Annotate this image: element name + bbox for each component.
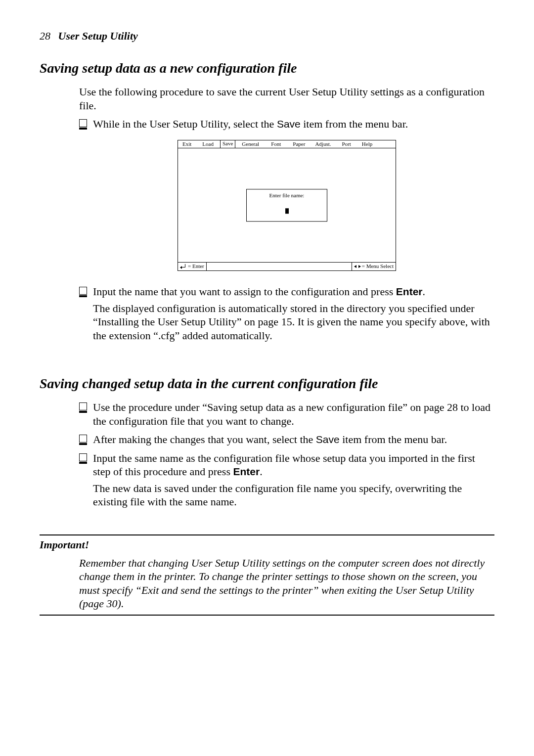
menu-help[interactable]: Help: [359, 140, 375, 148]
divider: [40, 615, 494, 616]
page-number: 28: [40, 30, 50, 42]
arrow-left-icon: [354, 265, 356, 268]
menu-exit[interactable]: Exit: [180, 140, 194, 148]
page: 28 User Setup Utility Saving setup data …: [0, 0, 534, 655]
bullet-use-procedure: Use the procedure under “Saving setup da…: [79, 400, 494, 428]
arrow-right-icon: [358, 265, 361, 268]
menu-adjust[interactable]: Adjust.: [312, 140, 333, 148]
important-label: Important!: [40, 538, 494, 551]
page-header-title: User Setup Utility: [58, 30, 138, 42]
text: Input the same name as the configuration…: [93, 452, 475, 478]
save-keyword: Save: [277, 118, 301, 130]
dialog-body: Enter file name:: [178, 148, 396, 262]
text: .: [260, 465, 263, 478]
follow-para: The new data is saved under the configur…: [93, 482, 494, 509]
checkbox-bullet-icon: [79, 402, 88, 411]
dialog-menubar: Exit Load Save General Font Paper Adjust…: [178, 140, 396, 149]
section1-body: Use the following procedure to save the …: [79, 85, 494, 347]
important-body: Remember that changing User Setup Utilit…: [79, 556, 494, 611]
checkbox-bullet-icon: [79, 119, 88, 128]
filename-popup: Enter file name:: [246, 189, 327, 222]
filename-label: Enter file name:: [250, 193, 324, 200]
menu-paper[interactable]: Paper: [290, 140, 308, 148]
enter-keyword: Enter: [233, 466, 260, 477]
save-dialog-figure: Exit Load Save General Font Paper Adjust…: [79, 140, 494, 271]
save-dialog: Exit Load Save General Font Paper Adjust…: [178, 140, 396, 271]
bullet-after-changes: After making the changes that you want, …: [79, 433, 494, 446]
bullet-select-save: While in the User Setup Utility, select …: [79, 117, 494, 131]
follow-para: The displayed configuration is automatic…: [93, 302, 494, 343]
section2-body: Use the procedure under “Saving setup da…: [79, 400, 494, 514]
menu-save[interactable]: Save: [220, 140, 235, 149]
divider: [40, 534, 494, 535]
text: item from the menu bar.: [340, 433, 447, 445]
enter-key-icon: [180, 264, 187, 269]
save-keyword: Save: [316, 434, 340, 445]
text: item from the menu bar.: [301, 118, 408, 130]
bullet-text: Input the name that you want to assign t…: [93, 285, 494, 347]
status-enter-text: = Enter: [188, 263, 204, 270]
bullet-text: After making the changes that you want, …: [93, 433, 494, 446]
status-enter: = Enter: [178, 263, 207, 270]
checkbox-bullet-icon: [79, 287, 88, 296]
bullet-same-name: Input the same name as the configuration…: [79, 451, 494, 514]
status-menu-select: = Menu Select: [352, 263, 396, 270]
running-header: 28 User Setup Utility: [40, 30, 494, 43]
text: While in the User Setup Utility, select …: [93, 118, 277, 130]
checkbox-bullet-icon: [79, 453, 88, 462]
dialog-statusbar: = Enter = Menu Select: [178, 262, 396, 270]
section1-intro: Use the following procedure to save the …: [79, 85, 494, 112]
checkbox-bullet-icon: [79, 435, 88, 444]
text-cursor-icon[interactable]: [285, 208, 289, 214]
section-heading-save-new: Saving setup data as a new configuration…: [40, 60, 494, 76]
bullet-text: Input the same name as the configuration…: [93, 451, 494, 514]
menu-load[interactable]: Load: [200, 140, 216, 148]
menu-port[interactable]: Port: [339, 140, 353, 148]
section-heading-save-current: Saving changed setup data in the current…: [40, 376, 494, 392]
menu-general[interactable]: General: [239, 140, 262, 148]
menu-font[interactable]: Font: [268, 140, 283, 148]
bullet-text: While in the User Setup Utility, select …: [93, 117, 494, 131]
text: Input the name that you want to assign t…: [93, 285, 396, 298]
text: .: [423, 285, 426, 298]
text: After making the changes that you want, …: [93, 433, 316, 445]
bullet-input-name: Input the name that you want to assign t…: [79, 285, 494, 347]
bullet-text: Use the procedure under “Saving setup da…: [93, 400, 494, 428]
status-menu-text: = Menu Select: [362, 263, 394, 270]
enter-keyword: Enter: [396, 286, 423, 297]
